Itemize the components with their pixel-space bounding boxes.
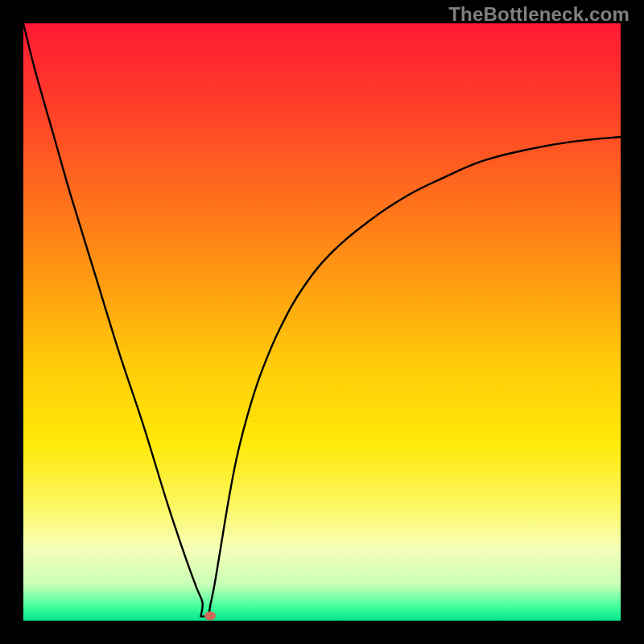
optimal-marker <box>204 612 216 621</box>
bottleneck-curve <box>23 23 621 617</box>
curve-layer <box>23 23 621 621</box>
watermark-text: TheBottleneck.com <box>448 3 630 26</box>
chart-frame: TheBottleneck.com <box>0 0 644 644</box>
plot-area <box>23 23 621 621</box>
